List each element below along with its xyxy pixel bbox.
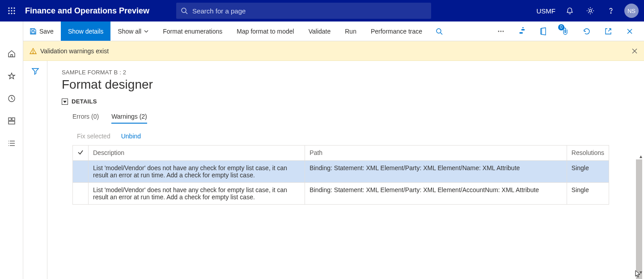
- cell-path[interactable]: Binding: Statement: XML Element/Party: X…: [305, 161, 567, 183]
- scrollbar-thumb[interactable]: [636, 159, 642, 279]
- search-icon: [181, 7, 188, 14]
- select-all-checkbox[interactable]: [73, 146, 89, 161]
- scroll-up-icon[interactable]: ▴: [640, 153, 642, 159]
- svg-point-8: [13, 13, 15, 14]
- svg-rect-25: [12, 118, 15, 120]
- details-toggle[interactable]: DETAILS: [62, 98, 644, 105]
- popout-icon[interactable]: [598, 21, 618, 41]
- breadcrumb: SAMPLE FORMAT B : 2: [62, 69, 644, 76]
- svg-point-5: [13, 10, 15, 11]
- unbind-button[interactable]: Unbind: [121, 133, 141, 140]
- favorites-icon[interactable]: [1, 66, 22, 86]
- refresh-icon[interactable]: [577, 21, 597, 41]
- warning-icon: [30, 47, 37, 55]
- close-page-icon[interactable]: [620, 21, 640, 41]
- svg-point-16: [436, 29, 441, 33]
- validate-button[interactable]: Validate: [301, 21, 338, 41]
- warnings-grid: Description Path Resolutions List 'model…: [72, 145, 609, 205]
- filter-pane: [23, 61, 47, 279]
- svg-line-10: [186, 12, 187, 14]
- table-actions: Fix selected Unbind: [77, 133, 644, 140]
- svg-point-20: [503, 30, 504, 32]
- left-rail: [0, 21, 23, 279]
- validation-banner: Validation warnings exist: [23, 41, 644, 61]
- app-title: Finance and Operations Preview: [23, 6, 167, 16]
- map-format-button[interactable]: Map format to model: [229, 21, 301, 41]
- svg-point-2: [13, 7, 15, 9]
- office-icon[interactable]: [534, 21, 554, 41]
- format-enumerations-button[interactable]: Format enumerations: [156, 21, 229, 41]
- table-row[interactable]: List 'model/Vendor' does not have any ch…: [73, 161, 609, 183]
- svg-point-11: [589, 9, 591, 12]
- svg-point-3: [8, 10, 9, 11]
- fix-selected-button: Fix selected: [77, 133, 110, 140]
- row-select[interactable]: [73, 161, 89, 183]
- svg-point-34: [33, 52, 33, 53]
- more-icon[interactable]: [491, 21, 511, 41]
- row-select[interactable]: [73, 183, 89, 205]
- command-bar: Save Show details Show all Format enumer…: [0, 21, 644, 41]
- svg-point-6: [8, 13, 9, 14]
- search-box[interactable]: [176, 3, 431, 19]
- attachments-badge: 0: [558, 24, 564, 30]
- collapse-icon: [62, 99, 68, 105]
- search-input[interactable]: [191, 7, 427, 15]
- cell-resolutions[interactable]: Single: [567, 161, 609, 183]
- workspaces-icon[interactable]: [1, 111, 22, 131]
- svg-point-12: [610, 13, 611, 13]
- performance-trace-button[interactable]: Performance trace: [364, 21, 429, 41]
- save-button[interactable]: Save: [22, 21, 61, 41]
- cell-path[interactable]: Binding: Statement: XML Element/Party: X…: [305, 183, 567, 205]
- options-icon[interactable]: [513, 21, 532, 41]
- banner-close-icon[interactable]: [631, 48, 638, 54]
- table-row[interactable]: List 'model/Vendor' does not have any ch…: [73, 183, 609, 205]
- svg-rect-24: [8, 118, 11, 120]
- svg-line-17: [441, 33, 442, 34]
- help-icon[interactable]: [602, 0, 620, 21]
- svg-point-7: [11, 13, 12, 14]
- tabs: Errors (0) Warnings (2): [72, 110, 644, 124]
- svg-point-18: [498, 30, 500, 32]
- save-label: Save: [39, 28, 54, 35]
- cell-description[interactable]: List 'model/Vendor' does not have any ch…: [89, 161, 305, 183]
- banner-text: Validation warnings exist: [40, 47, 109, 55]
- col-resolutions[interactable]: Resolutions: [567, 146, 609, 161]
- svg-rect-26: [8, 121, 15, 124]
- notifications-icon[interactable]: [561, 0, 579, 21]
- col-description[interactable]: Description: [89, 146, 305, 161]
- modules-icon[interactable]: [1, 133, 22, 153]
- svg-point-1: [11, 7, 12, 9]
- chevron-down-icon: [144, 29, 148, 34]
- main-content: SAMPLE FORMAT B : 2 Format designer DETA…: [47, 61, 644, 279]
- run-button[interactable]: Run: [338, 21, 364, 41]
- cell-resolutions[interactable]: Single: [567, 183, 609, 205]
- show-all-button[interactable]: Show all: [110, 21, 156, 41]
- top-bar: Finance and Operations Preview USMF NS: [0, 0, 644, 21]
- find-icon[interactable]: [429, 21, 449, 41]
- save-icon: [30, 28, 37, 35]
- attachments-icon[interactable]: 0: [555, 21, 575, 41]
- svg-point-0: [8, 7, 9, 9]
- tab-warnings[interactable]: Warnings (2): [111, 110, 147, 124]
- page-title: Format designer: [62, 77, 644, 92]
- svg-point-9: [182, 8, 186, 13]
- filter-icon[interactable]: [31, 67, 39, 279]
- user-avatar[interactable]: NS: [624, 4, 639, 18]
- scroll-down-icon[interactable]: ▾: [640, 269, 642, 275]
- col-path[interactable]: Path: [305, 146, 567, 161]
- cell-description[interactable]: List 'model/Vendor' does not have any ch…: [89, 183, 305, 205]
- svg-point-19: [500, 30, 502, 32]
- home-icon[interactable]: [1, 44, 22, 64]
- recent-icon[interactable]: [1, 89, 22, 108]
- svg-point-4: [11, 10, 12, 11]
- show-details-button[interactable]: Show details: [61, 21, 110, 41]
- company-picker[interactable]: USMF: [534, 7, 559, 15]
- tab-errors[interactable]: Errors (0): [72, 110, 99, 124]
- settings-icon[interactable]: [581, 0, 599, 21]
- app-launcher-icon[interactable]: [0, 7, 23, 15]
